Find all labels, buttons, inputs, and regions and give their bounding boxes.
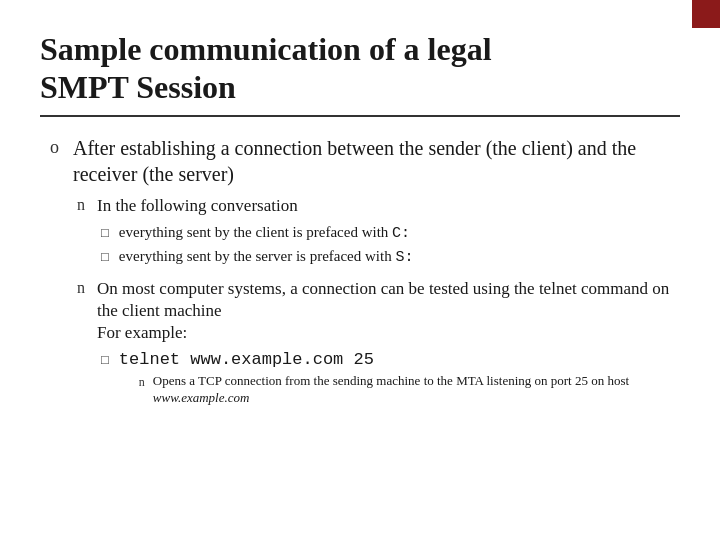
telnet-line: □ telnet www.example.com 25 n Opens a TC… — [101, 350, 680, 407]
nested-bullet: n Opens a TCP connection from the sendin… — [139, 373, 680, 407]
sq-bullet-1: □ everything sent by the client is prefa… — [101, 223, 413, 244]
corner-accent — [692, 0, 720, 28]
sub-list: n In the following conversation □ everyt… — [73, 195, 680, 411]
main-bullet-text: After establishing a connection between … — [73, 137, 636, 185]
sq-bullet-2: □ everything sent by the server is prefa… — [101, 247, 413, 268]
telnet-code: telnet www.example.com 25 — [119, 350, 374, 369]
sub-sub-list-1: □ everything sent by the client is prefa… — [97, 223, 413, 268]
for-example-label: For example: — [97, 323, 187, 342]
sq-marker-1: □ — [101, 225, 109, 241]
nested-sub: n Opens a TCP connection from the sendin… — [119, 373, 680, 407]
slide-title: Sample communication of a legal SMPT Ses… — [40, 30, 680, 107]
sub-bullet-2: n On most computer systems, a connection… — [77, 278, 680, 411]
main-content: o After establishing a connection betwee… — [40, 135, 680, 417]
sub-sub-list-2: □ telnet www.example.com 25 n Opens a TC… — [97, 350, 680, 407]
bullet-o-marker: o — [50, 137, 59, 158]
title-divider — [40, 115, 680, 117]
slide: Sample communication of a legal SMPT Ses… — [0, 0, 720, 540]
bullet-n-marker-2: n — [77, 279, 85, 297]
nested-note-text: Opens a TCP connection from the sending … — [153, 373, 680, 407]
nested-bullet-marker: n — [139, 375, 145, 390]
sub-bullet-1-text: In the following conversation — [97, 196, 298, 215]
sq-marker-2: □ — [101, 249, 109, 265]
sq-text-2: everything sent by the server is preface… — [119, 247, 414, 268]
bullet-n-marker-1: n — [77, 196, 85, 214]
sub-bullet-1: n In the following conversation □ everyt… — [77, 195, 680, 272]
telnet-sq-marker: □ — [101, 352, 109, 368]
main-bullet: o After establishing a connection betwee… — [50, 135, 680, 417]
sub-bullet-2-text: On most computer systems, a connection c… — [97, 279, 669, 320]
sq-text-1: everything sent by the client is preface… — [119, 223, 410, 244]
